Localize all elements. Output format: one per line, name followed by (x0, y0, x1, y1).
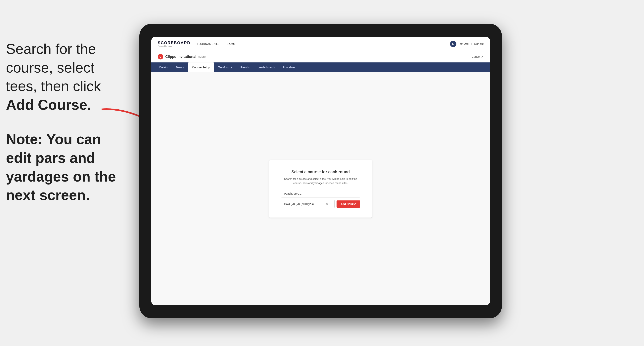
user-separator: | (471, 42, 472, 45)
tab-details[interactable]: Details (155, 62, 172, 72)
instruction-panel: Search for the course, select tees, then… (6, 40, 130, 205)
instruction-line1: Search for the (6, 41, 96, 57)
logo-title: SCOREBOARD (158, 40, 190, 45)
logo: SCOREBOARD Powered by clippd (158, 40, 190, 47)
course-select-card: Select a course for each round Search fo… (269, 160, 372, 218)
tee-select-row: Gold (M) (M) (7010 yds) ✕ ⌃ Add Course (281, 200, 360, 208)
note-line4: next screen. (6, 187, 90, 203)
course-search-input[interactable] (281, 190, 360, 197)
tab-leaderboards[interactable]: Leaderboards (254, 62, 279, 72)
navbar: SCOREBOARD Powered by clippd TOURNAMENTS… (151, 37, 490, 51)
tablet-screen: SCOREBOARD Powered by clippd TOURNAMENTS… (151, 37, 490, 305)
tab-results[interactable]: Results (236, 62, 254, 72)
tee-select-value: Gold (M) (M) (7010 yds) (284, 202, 314, 206)
note-line3: yardages on the (6, 169, 116, 184)
nav-links: TOURNAMENTS TEAMS (197, 42, 235, 45)
add-course-button[interactable]: Add Course (336, 200, 360, 208)
clear-icon[interactable]: ✕ (326, 202, 328, 206)
cancel-icon: ✕ (481, 55, 484, 58)
nav-tournaments[interactable]: TOURNAMENTS (197, 42, 219, 45)
tab-course-setup[interactable]: Course Setup (188, 62, 214, 72)
logo-subtitle: Powered by clippd (158, 45, 190, 47)
user-avatar: R (450, 41, 456, 47)
card-title: Select a course for each round (281, 170, 360, 174)
main-content: Select a course for each round Search fo… (151, 72, 490, 305)
tablet-device: SCOREBOARD Powered by clippd TOURNAMENTS… (140, 24, 502, 318)
tee-select-controls: ✕ ⌃ (326, 202, 332, 206)
instruction-line2: course, select (6, 60, 94, 76)
note-line2: edit pars and (6, 150, 95, 166)
note-line1: Note: You can (6, 131, 101, 147)
tournament-header: C Clippd Invitational (Men) Cancel ✕ (151, 51, 490, 62)
tee-select-dropdown[interactable]: Gold (M) (M) (7010 yds) ✕ ⌃ (281, 200, 334, 208)
tournament-title-area: C Clippd Invitational (Men) (158, 54, 206, 59)
tournament-icon: C (158, 54, 163, 59)
card-description: Search for a course and select a tee. Yo… (281, 177, 360, 185)
tab-navigation: Details Teams Course Setup Tee Groups Re… (151, 62, 490, 72)
instruction-line4: Add Course. (6, 97, 91, 113)
cancel-label: Cancel (472, 55, 480, 58)
chevron-icon: ⌃ (329, 202, 332, 206)
tournament-subtitle: (Men) (198, 55, 206, 58)
user-name: Test User (458, 42, 469, 45)
tab-tee-groups[interactable]: Tee Groups (214, 62, 236, 72)
navbar-right: R Test User | Sign out (450, 41, 484, 47)
tab-printables[interactable]: Printables (279, 62, 299, 72)
nav-teams[interactable]: TEAMS (225, 42, 235, 45)
cancel-button[interactable]: Cancel ✕ (472, 55, 484, 58)
instruction-line3: tees, then click (6, 78, 101, 94)
navbar-left: SCOREBOARD Powered by clippd TOURNAMENTS… (158, 40, 235, 47)
sign-out-link[interactable]: Sign out (474, 42, 484, 45)
tournament-name: Clippd Invitational (165, 55, 196, 59)
tab-teams[interactable]: Teams (172, 62, 188, 72)
